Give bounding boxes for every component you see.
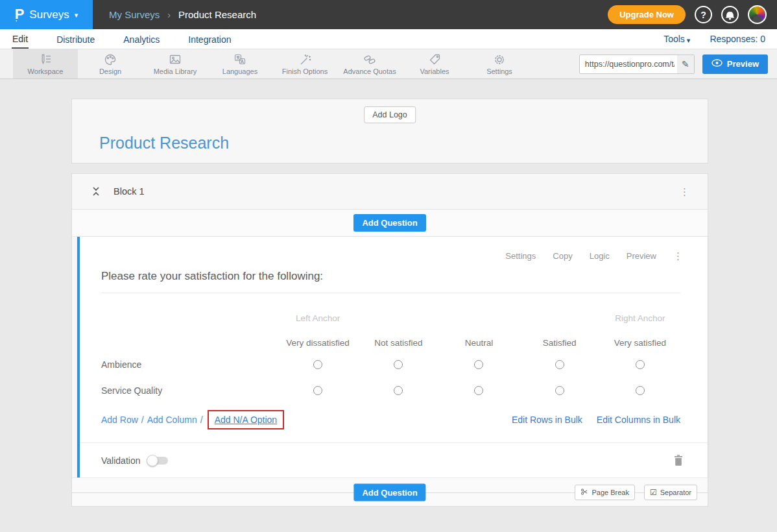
questionpro-logo-icon: P.: [15, 7, 25, 21]
translate-icon: [233, 53, 247, 66]
page-break-button[interactable]: Page Break: [575, 485, 634, 500]
gear-icon: [492, 53, 507, 66]
add-question-button-bottom[interactable]: Add Question: [353, 483, 425, 501]
validation-toggle[interactable]: [148, 457, 168, 465]
tab-distribute[interactable]: Distribute: [56, 30, 95, 48]
notifications-bell-icon[interactable]: [721, 6, 739, 23]
question-menu-dots-icon[interactable]: ⋮: [673, 251, 683, 261]
chevron-right-icon: ›: [167, 10, 171, 20]
block-footer: Add Question Page Break ☑ Separator: [72, 478, 708, 506]
radio-button[interactable]: [394, 360, 403, 369]
caret-down-icon: ▾: [75, 11, 78, 19]
add-question-button-top[interactable]: Add Question: [353, 214, 425, 232]
question-card: Settings Copy Logic Preview ⋮ Please rat…: [77, 237, 708, 478]
add-logo-button[interactable]: Add Logo: [364, 106, 416, 123]
annotation-highlight-box: Add N/A Option: [208, 410, 285, 429]
toolbar-item-variables[interactable]: Variables: [402, 49, 467, 79]
row-label[interactable]: Ambience: [101, 352, 278, 378]
validation-row: Validation: [80, 442, 708, 478]
question-text[interactable]: Please rate your satisfaction for the fo…: [101, 270, 680, 283]
question-menu: Settings Copy Logic Preview ⋮: [80, 237, 708, 261]
add-question-strip-top: Add Question: [72, 210, 708, 237]
main-nav: Edit Distribute Analytics Integration To…: [0, 29, 777, 49]
radio-button[interactable]: [636, 386, 645, 395]
responses-count[interactable]: Responses: 0: [710, 34, 765, 44]
radio-button[interactable]: [636, 360, 645, 369]
edit-columns-in-bulk-link[interactable]: Edit Columns in Bulk: [597, 415, 680, 425]
divider: [101, 293, 680, 293]
survey-editor-canvas: Add Logo Product Research Block 1 ⋮ Add …: [0, 79, 777, 507]
breadcrumb-current-survey: Product Research: [178, 9, 256, 20]
scissors-icon: [580, 488, 588, 497]
radio-button[interactable]: [555, 360, 564, 369]
matrix-edit-links: Add Row / Add Column / Add N/A Option Ed…: [101, 410, 680, 429]
delete-question-trash-icon[interactable]: [674, 455, 683, 466]
radio-button[interactable]: [474, 360, 483, 369]
column-header[interactable]: Very satisfied: [600, 326, 680, 352]
magic-wand-icon: [298, 53, 312, 66]
add-column-link[interactable]: Add Column: [147, 415, 197, 425]
chain-link-icon: [363, 53, 377, 66]
toolbar-item-advance-quotas[interactable]: Advance Quotas: [337, 49, 402, 79]
checkbox-checked-icon: ☑: [650, 488, 657, 497]
question-logic-link[interactable]: Logic: [590, 251, 610, 261]
block-title[interactable]: Block 1: [114, 186, 145, 197]
tools-menu[interactable]: Tools▾: [663, 34, 690, 44]
breadcrumb-my-surveys[interactable]: My Surveys: [109, 9, 160, 20]
radio-button[interactable]: [555, 386, 564, 395]
separator-button[interactable]: ☑ Separator: [644, 485, 697, 500]
left-anchor-label[interactable]: Left Anchor: [278, 296, 358, 326]
topbar: P. Surveys ▾ My Surveys › Product Resear…: [0, 0, 777, 29]
image-icon: [168, 53, 182, 66]
toolbar-item-finish-options[interactable]: Finish Options: [272, 49, 337, 79]
matrix-table: Left Anchor Right Anchor Very dissatisfi…: [101, 296, 680, 404]
toolbar-item-workspace[interactable]: Workspace: [13, 49, 78, 79]
block-card: Block 1 ⋮ Add Question Settings Copy Log…: [71, 173, 708, 507]
toolbar-item-design[interactable]: Design: [78, 49, 143, 79]
product-name: Surveys: [29, 8, 69, 21]
edit-url-pencil-icon[interactable]: ✎: [677, 55, 694, 73]
caret-down-icon: ▾: [687, 36, 691, 44]
column-header[interactable]: Not satisfied: [358, 326, 438, 352]
upgrade-now-button[interactable]: Upgrade Now: [608, 5, 686, 24]
user-avatar[interactable]: [748, 5, 767, 24]
survey-url-box: ✎: [579, 54, 695, 74]
tag-icon: [427, 53, 442, 66]
column-header[interactable]: Very dissatisfied: [278, 326, 358, 352]
tab-edit[interactable]: Edit: [12, 30, 29, 49]
tab-integration[interactable]: Integration: [187, 30, 232, 48]
editor-toolbar: Workspace Design Media Library Languages…: [0, 49, 777, 79]
survey-url-input[interactable]: [580, 60, 677, 69]
validation-label: Validation: [101, 455, 140, 466]
add-row-link[interactable]: Add Row: [101, 415, 138, 425]
palette-icon: [103, 53, 117, 66]
block-menu-dots-icon[interactable]: ⋮: [680, 187, 689, 197]
radio-button[interactable]: [313, 386, 322, 395]
survey-header-card: Add Logo Product Research: [71, 99, 708, 163]
add-na-option-link[interactable]: Add N/A Option: [215, 415, 278, 425]
toolbar-item-settings[interactable]: Settings: [467, 49, 532, 79]
topbar-actions: Upgrade Now ?: [608, 0, 777, 29]
question-settings-link[interactable]: Settings: [505, 251, 536, 261]
radio-button[interactable]: [394, 386, 403, 395]
row-label[interactable]: Service Quality: [101, 378, 278, 404]
column-header[interactable]: Satisfied: [520, 326, 600, 352]
tab-analytics[interactable]: Analytics: [123, 30, 160, 48]
radio-button[interactable]: [313, 360, 322, 369]
app-switcher[interactable]: P. Surveys ▾: [0, 0, 93, 29]
eye-icon: [711, 59, 723, 69]
workspace-icon: [38, 53, 53, 66]
help-icon[interactable]: ?: [695, 6, 712, 23]
question-copy-link[interactable]: Copy: [553, 251, 572, 261]
block-header: Block 1 ⋮: [72, 174, 708, 210]
collapse-block-icon[interactable]: [91, 186, 101, 197]
radio-button[interactable]: [474, 386, 483, 395]
survey-title[interactable]: Product Research: [99, 134, 229, 152]
column-header[interactable]: Neutral: [438, 326, 519, 352]
right-anchor-label[interactable]: Right Anchor: [600, 296, 680, 326]
edit-rows-in-bulk-link[interactable]: Edit Rows in Bulk: [512, 415, 582, 425]
preview-button[interactable]: Preview: [702, 54, 768, 74]
toolbar-item-media-library[interactable]: Media Library: [143, 49, 208, 79]
toolbar-item-languages[interactable]: Languages: [208, 49, 272, 79]
question-preview-link[interactable]: Preview: [627, 251, 656, 261]
